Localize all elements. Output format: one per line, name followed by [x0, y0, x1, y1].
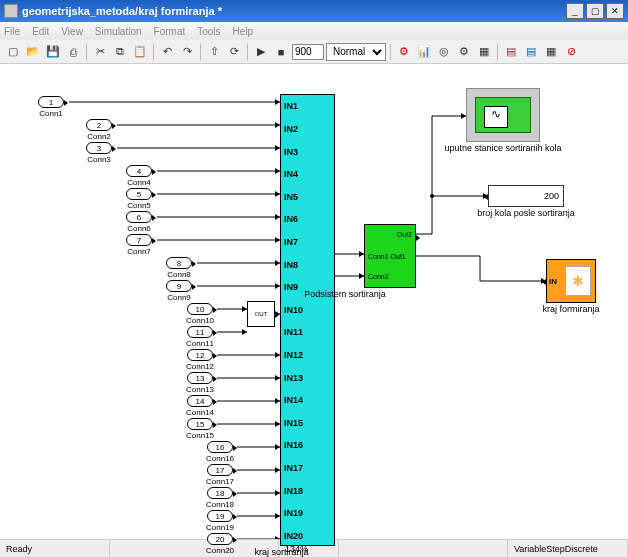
inport-conn19[interactable]: 19Conn19	[206, 510, 234, 532]
inport-conn2[interactable]: 2Conn2	[86, 119, 112, 141]
menu-simulation[interactable]: Simulation	[95, 26, 142, 37]
port-shape: 2	[86, 119, 112, 131]
subsys-conn1-out1: Conn1 Out1	[368, 253, 406, 260]
port-shape: 12	[187, 349, 213, 361]
svg-marker-10	[242, 329, 247, 335]
mainblock-in7: IN7	[284, 236, 298, 248]
mode-select[interactable]: Normal	[326, 43, 386, 61]
port-shape: 13	[187, 372, 213, 384]
open-icon[interactable]: 📂	[24, 43, 42, 61]
titlebar: geometrijska_metoda/kraj formiranja * _ …	[0, 0, 628, 22]
target-icon[interactable]: ◎	[435, 43, 453, 61]
mainblock-in8: IN8	[284, 259, 298, 271]
refresh-icon[interactable]: ⟳	[225, 43, 243, 61]
redo-icon[interactable]: ↷	[178, 43, 196, 61]
window-title: geometrijska_metoda/kraj formiranja *	[22, 5, 564, 17]
menu-file[interactable]: File	[4, 26, 20, 37]
mainblock-in3: IN3	[284, 146, 298, 158]
debug-icon[interactable]: ⊘	[562, 43, 580, 61]
mainblock-in15: IN15	[284, 417, 303, 429]
close-button[interactable]: ✕	[606, 3, 624, 19]
port-label: Conn9	[167, 293, 191, 302]
port-shape: 7	[126, 234, 152, 246]
podsistem-sortiranja-block[interactable]: Out2 Conn1 Out1 Conn2 Podsistem sortiran…	[364, 224, 416, 288]
kraj-sortiranja-block[interactable]: kraj sortiranja IN1IN2IN3IN4IN5IN6IN7IN8…	[280, 94, 335, 546]
port-label: Conn13	[186, 385, 214, 394]
port-shape: 19	[207, 510, 233, 522]
maximize-button[interactable]: ▢	[586, 3, 604, 19]
mainblock-in10: IN10	[284, 304, 303, 316]
toolbar: ▢ 📂 💾 ⎙ ✂ ⧉ 📋 ↶ ↷ ⇧ ⟳ ▶ ■ Normal ⚙ 📊 ◎ ⚙…	[0, 40, 628, 64]
inport-conn3[interactable]: 3Conn3	[86, 142, 112, 164]
inport-conn15[interactable]: 15Conn15	[186, 418, 214, 440]
blocks-icon[interactable]: ▦	[475, 43, 493, 61]
port-label: Conn20	[206, 546, 234, 555]
scope-block[interactable]: ∿ uputne stanice sortiranih kola	[466, 88, 540, 142]
new-icon[interactable]: ▢	[4, 43, 22, 61]
port-label: Conn17	[206, 477, 234, 486]
minimize-button[interactable]: _	[566, 3, 584, 19]
inport-conn8[interactable]: 8Conn8	[166, 257, 192, 279]
port-label: Conn3	[87, 155, 111, 164]
port-shape: 6	[126, 211, 152, 223]
inport-conn17[interactable]: 17Conn17	[206, 464, 234, 486]
copy-icon[interactable]: ⧉	[111, 43, 129, 61]
cut-icon[interactable]: ✂	[91, 43, 109, 61]
menu-tools[interactable]: Tools	[197, 26, 220, 37]
menu-help[interactable]: Help	[233, 26, 254, 37]
inport-conn7[interactable]: 7Conn7	[126, 234, 152, 256]
port-shape: 1	[38, 96, 64, 108]
svg-point-25	[430, 194, 434, 198]
app-icon	[4, 4, 18, 18]
port-shape: 15	[187, 418, 213, 430]
mainblock-in6: IN6	[284, 213, 298, 225]
inport-conn10[interactable]: 10Conn10	[186, 303, 214, 325]
port-label: Conn10	[186, 316, 214, 325]
nav-up-icon[interactable]: ⇧	[205, 43, 223, 61]
port-shape: 8	[166, 257, 192, 269]
inport-conn16[interactable]: 16Conn16	[206, 441, 234, 463]
inport-conn18[interactable]: 18Conn18	[206, 487, 234, 509]
status-spacer2	[339, 540, 508, 557]
kraj-formiranja-block[interactable]: IN ✱ kraj formiranja	[546, 259, 596, 303]
display-value: 200	[544, 191, 559, 201]
inport-conn1[interactable]: 1Conn1	[38, 96, 64, 118]
explorer-icon[interactable]: ▦	[542, 43, 560, 61]
play-icon[interactable]: ▶	[252, 43, 270, 61]
menu-view[interactable]: View	[61, 26, 83, 37]
port-label: Conn19	[206, 523, 234, 532]
inport-conn12[interactable]: 12Conn12	[186, 349, 214, 371]
orange-in-label: IN	[549, 277, 557, 286]
canvas[interactable]: 1Conn12Conn23Conn34Conn45Conn56Conn67Con…	[0, 64, 628, 539]
model-icon[interactable]: ▤	[522, 43, 540, 61]
subsys-conn2: Conn2	[368, 273, 389, 280]
library-icon[interactable]: ▤	[502, 43, 520, 61]
scope-screen: ∿	[475, 97, 531, 133]
inport-conn9[interactable]: 9Conn9	[166, 280, 192, 302]
inport-conn6[interactable]: 6Conn6	[126, 211, 152, 233]
port-shape: 3	[86, 142, 112, 154]
print-icon[interactable]: ⎙	[64, 43, 82, 61]
save-icon[interactable]: 💾	[44, 43, 62, 61]
mainblock-in13: IN13	[284, 372, 303, 384]
inport-conn13[interactable]: 13Conn13	[186, 372, 214, 394]
menu-edit[interactable]: Edit	[32, 26, 49, 37]
port-label: Conn2	[87, 132, 111, 141]
inport-conn5[interactable]: 5Conn5	[126, 188, 152, 210]
display-block[interactable]: 200 broj kola posle sortiranja	[488, 185, 564, 207]
port-label: Conn8	[167, 270, 191, 279]
inport-conn20[interactable]: 20Conn20	[206, 533, 234, 555]
menu-format[interactable]: Format	[154, 26, 186, 37]
undo-icon[interactable]: ↶	[158, 43, 176, 61]
paste-icon[interactable]: 📋	[131, 43, 149, 61]
out-block[interactable]: OUT	[247, 301, 275, 327]
chart-icon[interactable]: 📊	[415, 43, 433, 61]
inport-conn14[interactable]: 14Conn14	[186, 395, 214, 417]
gear-icon[interactable]: ⚙	[455, 43, 473, 61]
build-icon[interactable]: ⚙	[395, 43, 413, 61]
stop-icon[interactable]: ■	[272, 43, 290, 61]
stoptime-input[interactable]	[292, 44, 324, 60]
inport-conn11[interactable]: 11Conn11	[186, 326, 214, 348]
inport-conn4[interactable]: 4Conn4	[126, 165, 152, 187]
mainblock-in5: IN5	[284, 191, 298, 203]
